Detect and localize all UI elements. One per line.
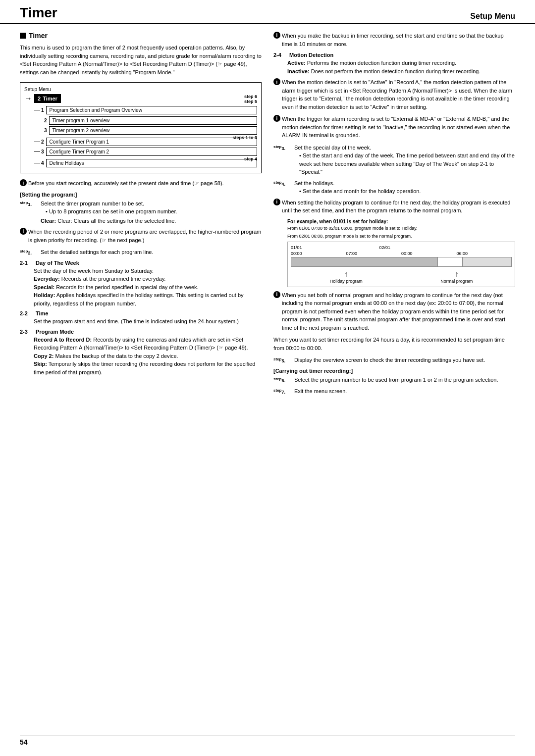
header: Timer Setup Menu (0, 0, 535, 24)
item1-box: Program Selection and Program Overview (46, 106, 257, 114)
section-heading: Timer (20, 32, 262, 40)
chart-dates-row: 01/01 02/01 (291, 245, 512, 250)
info-block-2: i When the recording period of 2 or more… (20, 228, 262, 244)
active-row: Active: Performs the motion detection fu… (287, 59, 515, 67)
step4-content: Set the holidays. • Set the date and mon… (294, 179, 515, 196)
heading-square (20, 33, 26, 39)
bar-gap-segment (438, 257, 463, 266)
skip-rest: Temporarily skips the timer recording (t… (34, 361, 255, 375)
item5-num: 3 (41, 149, 44, 154)
sec21-body: Set the day of the week from Sunday to S… (34, 267, 262, 275)
chart-label-holiday: Holiday program (330, 279, 363, 284)
item1-label: Program Selection and Program Overview (50, 107, 142, 113)
info-24h-text: When you want to set timer recording for… (273, 337, 505, 351)
copy2-bold: Copy 2: (34, 353, 54, 359)
for-example-line1: From 01/01 07:00 to 02/01 06:00, program… (287, 225, 515, 232)
info-text-1: Before you start recording, accurately s… (28, 179, 262, 188)
main-content: Timer This menu is used to program the t… (0, 24, 535, 429)
step3-row: step3. Set the special day of the week. … (273, 144, 515, 176)
step5-main: Display the overview screen to check the… (294, 357, 485, 363)
step1-label: step1. (20, 200, 40, 208)
right-column: i When you make the backup in timer reco… (273, 32, 515, 399)
step3-sub1: Set the start and end day of the week. T… (294, 151, 515, 176)
special-row: Special: Records for the period specifie… (34, 283, 262, 292)
step6-content: Select the program number to be used fro… (294, 376, 515, 384)
page: Timer Setup Menu Timer This menu is used… (0, 0, 535, 756)
sec21-body-wrap: Set the day of the week from Sunday to S… (34, 267, 262, 308)
chart-time1: 00:00 (291, 251, 346, 256)
active-bold: Active: (287, 60, 306, 66)
item5-box: Configure Timer Program 2 (46, 148, 257, 156)
horiz-line-6 (34, 163, 40, 163)
info-icon-holiday: i (273, 199, 280, 205)
info-motion2-text: When the trigger for alarm recording is … (282, 115, 515, 140)
chart-arrow-normal: ↑ Normal program (440, 270, 473, 284)
section-heading-text: Timer (29, 32, 48, 40)
bar-holiday-segment (291, 257, 438, 266)
timer-box: 2 Timer (34, 94, 61, 103)
for-example-heading: For example, when 01/01 is set for holid… (287, 219, 515, 224)
skip-row: Skip: Temporarily skips the timer record… (34, 360, 262, 376)
item5-label: Configure Timer Program 2 (50, 149, 109, 154)
step2-row: step2. Set the detailed settings for eac… (20, 248, 262, 257)
rec-bold: Record A to Record D: (34, 337, 92, 343)
timer-num: 2 (38, 96, 41, 101)
sec22-heading: Time (36, 310, 48, 316)
step2-label: step2. (20, 248, 40, 257)
item2-box: Timer program 1 overview (49, 116, 257, 125)
step7-main: Exit the menu screen. (294, 388, 347, 394)
arrow-right-icon: → (24, 94, 32, 103)
step6-label: step6. (273, 376, 293, 385)
item6-num: 4 (41, 160, 44, 166)
steps1to3-badge: steps 1 to 3 (232, 135, 257, 140)
item2-label: Timer program 1 overview (53, 118, 110, 123)
step3-main: Set the special day of the week. (294, 144, 515, 152)
chart-date-space (468, 245, 512, 250)
step4-sub1: • Set the date and month for the holiday… (294, 187, 515, 196)
carrying-heading: [Carrying out timer recording:] (273, 368, 515, 374)
info-motion1-text: When the motion detection is set to "Act… (282, 78, 515, 111)
info-icon-1: i (20, 179, 27, 186)
sec21-label: 2-1 (20, 260, 34, 266)
item4-num: 2 (41, 139, 44, 145)
item3-label: Timer program 2 overview (53, 128, 110, 133)
clear-bold: Clear: (41, 218, 57, 224)
holiday-chart: 01/01 02/01 00:00 07:00 00:00 06:00 (287, 242, 515, 287)
step3-content: Set the special day of the week. Set the… (294, 144, 515, 176)
info-block-1: i Before you start recording, accurately… (20, 179, 262, 188)
step6-main: Select the program number to be used fro… (294, 377, 498, 383)
item2-num: 2 (44, 118, 47, 123)
info-backup-block: i When you make the backup in timer reco… (273, 32, 515, 48)
step4-row: step4. Set the holidays. • Set the date … (273, 179, 515, 196)
step7-label: step7. (273, 387, 293, 396)
up-arrow-holiday-icon: ↑ (344, 270, 348, 279)
sec24-label: 2-4 (273, 52, 287, 58)
holiday-bold: Holiday: (34, 292, 55, 298)
step1-content: Select the timer program number to be se… (41, 200, 262, 225)
sec24-heading: Motion Detection (289, 52, 333, 58)
sec24-row: 2-4 Motion Detection (273, 52, 515, 58)
chart-date1: 01/01 (291, 245, 379, 250)
info-holiday-block: i When setting the holiday program to co… (273, 199, 515, 215)
chart-times-row: 00:00 07:00 00:00 06:00 (291, 251, 512, 256)
sec24: 2-4 Motion Detection Active: Performs th… (273, 52, 515, 75)
sec22-row: 2-2 Time (20, 310, 262, 316)
chart-time3: 00:00 (401, 251, 457, 256)
step5-row: step5. Display the overview screen to ch… (273, 356, 515, 365)
step5-badge: step 5 (244, 99, 257, 104)
page-number: 54 (20, 738, 28, 746)
rec-a-to-d-row: Record A to Record D: Records by using t… (34, 336, 262, 352)
inactive-bold: Inactive: (287, 68, 310, 74)
active-rest: Performs the motion detection function d… (306, 60, 456, 66)
chart-date2: 02/01 (379, 245, 467, 250)
item6-label: Define Holidays (50, 160, 84, 166)
step5-content: Display the overview screen to check the… (294, 356, 515, 364)
clear-rest: Clear: Clears all the settings for the s… (57, 218, 176, 224)
sec23: 2-3 Program Mode Record A to Record D: R… (20, 329, 262, 377)
sec22: 2-2 Time Set the program start and end t… (20, 310, 262, 326)
info-both-block: i When you set both of normal program an… (273, 291, 515, 332)
step5-label: step5. (273, 356, 293, 365)
item3-box: Timer program 2 overview (49, 126, 257, 135)
up-arrow-normal-icon: ↑ (455, 270, 459, 279)
step1-main: Select the timer program number to be se… (41, 200, 262, 208)
